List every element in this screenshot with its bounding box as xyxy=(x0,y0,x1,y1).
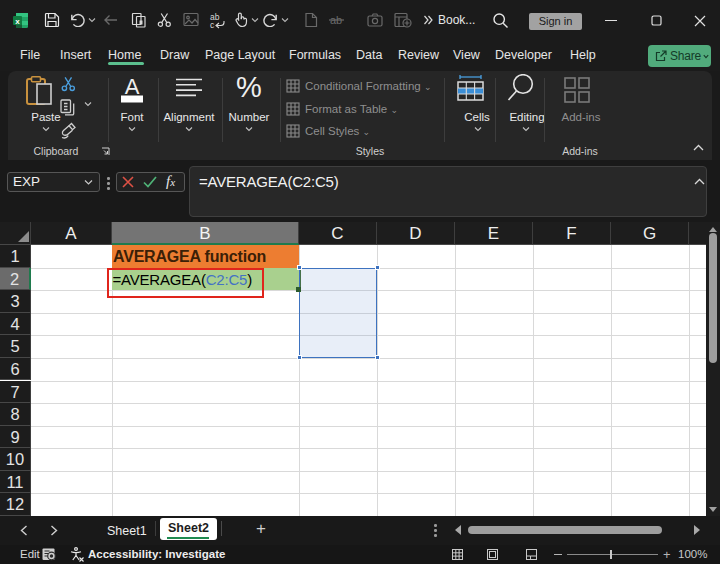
svg-text:x: x xyxy=(15,17,20,26)
